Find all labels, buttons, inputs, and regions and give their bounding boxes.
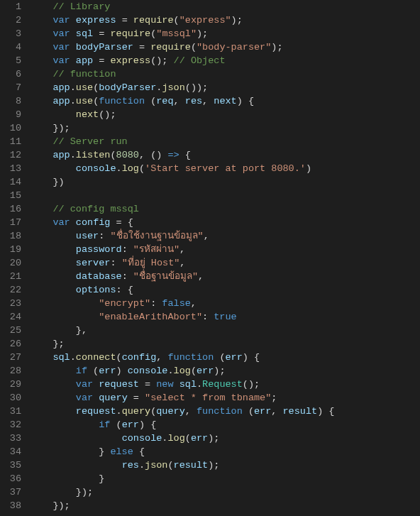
code-line[interactable]: }: [30, 472, 420, 485]
line-number: 14: [0, 175, 21, 189]
token: .: [116, 406, 122, 417]
token: ) {: [139, 419, 156, 430]
code-line[interactable]: console.log('Start server at port 8080.'…: [30, 162, 420, 175]
code-line[interactable]: var bodyParser = require("body-parser");: [30, 40, 420, 54]
token: connect: [76, 352, 116, 363]
code-line[interactable]: server: "ที่อยู่ Host",: [30, 256, 420, 270]
code-line[interactable]: var express = require("express");: [30, 13, 420, 27]
token: function: [99, 96, 145, 106]
token: user: [76, 231, 99, 241]
token: }): [52, 177, 64, 187]
line-number: 8: [0, 94, 21, 108]
token: true: [214, 312, 236, 322]
token: .: [139, 460, 145, 471]
code-line[interactable]: res.json(result);: [30, 459, 420, 472]
code-line[interactable]: var config = {: [30, 216, 420, 229]
token: [52, 433, 121, 444]
line-number: 6: [0, 67, 21, 81]
line-number: 31: [0, 405, 21, 418]
code-line[interactable]: });: [30, 121, 420, 135]
token: "select * from tbname": [145, 393, 271, 403]
token: 8080: [116, 150, 139, 160]
code-line[interactable]: next();: [30, 108, 420, 121]
token: (: [214, 352, 225, 363]
code-area[interactable]: // Library var express = require("expres…: [30, 0, 420, 512]
token: server: [76, 258, 111, 268]
line-number: 2: [0, 13, 21, 27]
token: function: [197, 406, 243, 417]
token: ();: [243, 379, 260, 390]
token: function: [167, 352, 214, 363]
code-line[interactable]: // Library: [30, 0, 420, 13]
code-line[interactable]: if (err) console.log(err);: [30, 364, 420, 378]
code-editor[interactable]: 1234567891011121314151617181920212223242…: [0, 0, 420, 512]
token: ,: [202, 96, 214, 106]
code-line[interactable]: "enableArithAbort": true: [30, 310, 420, 324]
code-line[interactable]: });: [30, 485, 420, 499]
token: ,: [179, 258, 185, 268]
token: [174, 379, 179, 390]
code-line[interactable]: app.listen(8080, () => {: [30, 148, 420, 162]
token: =: [93, 28, 110, 39]
token: console: [128, 366, 168, 376]
token: var: [52, 217, 70, 228]
token: console: [122, 433, 162, 444]
token: }: [52, 473, 104, 484]
token: ,: [185, 406, 197, 417]
token: log: [167, 433, 184, 444]
code-line[interactable]: var sql = require("mssql");: [30, 27, 420, 40]
token: ) {: [243, 352, 260, 363]
token: ,: [198, 271, 204, 282]
code-line[interactable]: var app = express(); // Object: [30, 54, 420, 67]
token: );: [271, 42, 282, 53]
code-line[interactable]: console.log(err);: [30, 432, 420, 445]
line-number: 27: [0, 351, 21, 364]
code-line[interactable]: // config mssql: [30, 202, 420, 216]
code-line[interactable]: "encrypt": false,: [30, 297, 420, 310]
token: (: [116, 352, 122, 363]
token: express: [110, 55, 150, 66]
token: ,: [174, 96, 185, 106]
token: ();: [99, 109, 116, 120]
code-line[interactable]: // Server run: [30, 135, 420, 148]
token: = {: [110, 217, 133, 228]
code-line[interactable]: request.query(query, function (err, resu…: [30, 405, 420, 418]
line-number: 30: [0, 391, 21, 405]
token: sql: [52, 352, 70, 363]
code-line[interactable]: user: "ชื่อใช้งานฐานข้อมูล",: [30, 229, 420, 243]
token: :: [122, 271, 133, 282]
token: =: [116, 15, 133, 26]
code-line[interactable]: };: [30, 337, 420, 351]
code-line[interactable]: },: [30, 324, 420, 337]
line-number: 9: [0, 108, 21, 121]
line-number: 24: [0, 310, 21, 324]
token: require: [133, 15, 174, 26]
line-number: 19: [0, 243, 21, 256]
line-number: 15: [0, 189, 21, 202]
token: app: [76, 55, 93, 66]
token: [70, 42, 76, 53]
token: // function: [52, 69, 116, 79]
line-number: 37: [0, 485, 21, 499]
code-line[interactable]: [30, 189, 420, 202]
token: use: [76, 96, 93, 106]
code-line[interactable]: } else {: [30, 445, 420, 459]
code-line[interactable]: options: {: [30, 283, 420, 297]
line-number: 34: [0, 445, 21, 459]
code-line[interactable]: // function: [30, 67, 420, 81]
line-number: 1: [0, 0, 21, 13]
code-line[interactable]: }): [30, 175, 420, 189]
token: err: [197, 366, 214, 376]
code-line[interactable]: password: "รหัสผ่าน",: [30, 243, 420, 256]
token: =: [133, 42, 150, 53]
code-line[interactable]: });: [30, 499, 420, 512]
token: app: [52, 82, 70, 93]
code-line[interactable]: database: "ชื่อฐานข้อมูล",: [30, 270, 420, 283]
code-line[interactable]: var query = "select * from tbname";: [30, 391, 420, 405]
code-line[interactable]: if (err) {: [30, 418, 420, 432]
code-line[interactable]: sql.connect(config, function (err) {: [30, 351, 420, 364]
token: password: [76, 244, 122, 255]
code-line[interactable]: app.use(bodyParser.json());: [30, 81, 420, 94]
code-line[interactable]: var request = new sql.Request();: [30, 378, 420, 391]
code-line[interactable]: app.use(function (req, res, next) {: [30, 94, 420, 108]
